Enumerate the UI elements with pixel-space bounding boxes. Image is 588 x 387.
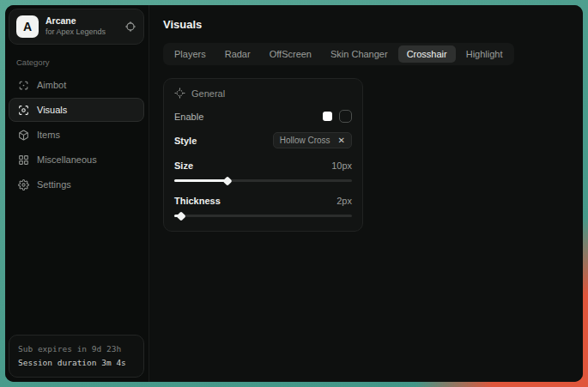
sidebar-item-aimbot[interactable]: Aimbot bbox=[9, 73, 144, 97]
app-header-card: A Arcane for Apex Legends bbox=[9, 9, 144, 45]
style-value: Hollow Cross bbox=[280, 136, 330, 145]
general-section-header: General bbox=[174, 88, 352, 99]
size-slider-fill bbox=[174, 179, 227, 182]
main-content: Visuals Players Radar OffScreen Skin Cha… bbox=[149, 5, 583, 382]
style-value-tag[interactable]: Hollow Cross ✕ bbox=[273, 132, 352, 148]
app-subtitle: for Apex Legends bbox=[45, 27, 118, 38]
thickness-row: Thickness 2px bbox=[174, 196, 352, 206]
tab-skin-changer[interactable]: Skin Changer bbox=[322, 45, 397, 63]
tab-bar: Players Radar OffScreen Skin Changer Cro… bbox=[163, 43, 514, 65]
size-label: Size bbox=[174, 160, 193, 171]
sub-expiry-text: Sub expires in 9d 23h bbox=[18, 342, 135, 356]
sidebar-item-label: Miscellaneous bbox=[37, 154, 97, 165]
style-row: Style Hollow Cross ✕ bbox=[174, 132, 352, 148]
tab-crosshair[interactable]: Crosshair bbox=[398, 45, 456, 63]
sidebar-item-label: Items bbox=[37, 130, 60, 140]
thickness-label: Thickness bbox=[174, 196, 221, 206]
general-settings-card: General Enable Style Hollow Cross ✕ Size… bbox=[163, 78, 363, 232]
target-icon bbox=[17, 79, 29, 91]
tab-radar[interactable]: Radar bbox=[216, 45, 259, 63]
crosshair-section-icon bbox=[174, 88, 185, 99]
size-slider[interactable] bbox=[174, 178, 352, 184]
sidebar-nav: Aimbot Visuals bbox=[9, 73, 144, 197]
category-label: Category bbox=[16, 57, 144, 67]
tab-highlight[interactable]: Highlight bbox=[458, 45, 512, 63]
session-duration-text: Session duration 3m 4s bbox=[18, 356, 135, 370]
thickness-value: 2px bbox=[336, 196, 352, 206]
color-swatch[interactable] bbox=[323, 112, 332, 121]
tab-offscreen[interactable]: OffScreen bbox=[261, 45, 320, 63]
thickness-slider-handle[interactable] bbox=[177, 211, 186, 221]
app-titles: Arcane for Apex Legends bbox=[45, 15, 118, 37]
thickness-slider-track bbox=[174, 215, 352, 217]
scan-icon bbox=[17, 104, 29, 116]
crosshair-target-icon[interactable] bbox=[124, 21, 136, 33]
sidebar-item-label: Settings bbox=[37, 179, 71, 190]
app-logo: A bbox=[16, 15, 39, 38]
package-icon bbox=[17, 129, 29, 141]
remove-icon[interactable]: ✕ bbox=[338, 136, 345, 145]
sidebar-item-visuals[interactable]: Visuals bbox=[9, 98, 144, 122]
size-row: Size 10px bbox=[174, 160, 352, 171]
app-window: A Arcane for Apex Legends Category bbox=[5, 5, 583, 382]
size-slider-handle[interactable] bbox=[222, 176, 232, 185]
grid-icon bbox=[17, 154, 29, 166]
style-label: Style bbox=[174, 136, 197, 146]
enable-checkbox[interactable] bbox=[339, 110, 352, 123]
gear-icon bbox=[17, 178, 29, 190]
enable-row: Enable bbox=[174, 110, 352, 123]
size-value: 10px bbox=[331, 160, 352, 171]
tab-players[interactable]: Players bbox=[166, 45, 215, 63]
sidebar-item-settings[interactable]: Settings bbox=[9, 172, 144, 197]
enable-label: Enable bbox=[174, 112, 203, 122]
general-section-title: General bbox=[191, 88, 225, 99]
sidebar-item-label: Visuals bbox=[37, 105, 67, 115]
app-name: Arcane bbox=[45, 15, 118, 27]
subscription-info-card: Sub expires in 9d 23h Session duration 3… bbox=[9, 335, 144, 378]
page-title: Visuals bbox=[163, 18, 569, 31]
sidebar-item-miscellaneous[interactable]: Miscellaneous bbox=[9, 148, 144, 172]
sidebar-item-items[interactable]: Items bbox=[9, 123, 144, 147]
thickness-slider[interactable] bbox=[174, 213, 352, 219]
sidebar: A Arcane for Apex Legends Category bbox=[5, 5, 149, 382]
sidebar-item-label: Aimbot bbox=[37, 80, 66, 90]
